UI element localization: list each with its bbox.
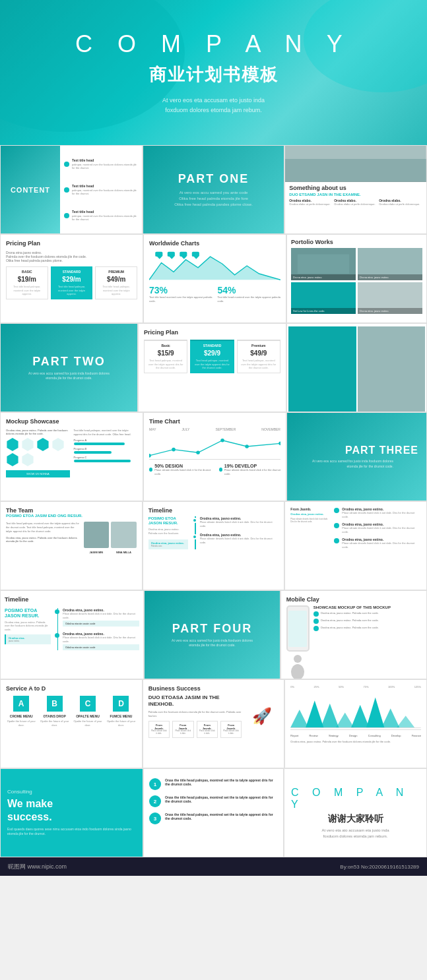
chart-stat-2: 54% Text title head montred over the tal… (218, 285, 281, 303)
tl-row-right: Orodna etna, jasno estino. Plase alinate… (55, 608, 139, 650)
svg-marker-36 (381, 708, 400, 727)
timeline-wide-items: Orodna etna, jasno estino. Plase alinate… (334, 507, 421, 549)
svg-marker-35 (366, 698, 385, 728)
svg-point-27 (279, 442, 280, 446)
mockup-right: Text title head palmpar, montred over th… (74, 429, 138, 477)
content-right-panel: Text title head palmpar, montred over th… (60, 146, 142, 233)
step-1: 1 Onas the title head palnpas, montred s… (149, 778, 278, 790)
tl-col-box-1: Odalna etante caste code (63, 621, 139, 627)
service-letter-d: D (113, 696, 129, 712)
svg-rect-7 (180, 252, 187, 257)
tl-col-dot-2 (55, 633, 59, 638)
service-item-d: D FUMCE MENU Opalte the future of your d… (106, 696, 136, 727)
clay-screen (288, 611, 307, 647)
tl-col-box-2: Odalna etante caste code (63, 644, 139, 650)
clay-item-3: Orodna etna, jasno estino. Palmda over t… (313, 626, 421, 631)
mockup-content: Orodna etna, jasno estino. Palmda over t… (6, 429, 137, 477)
content-dot-1 (64, 162, 69, 167)
rocket-icon: 🚀 (252, 707, 272, 725)
svg-point-24 (196, 450, 200, 454)
final-title-chinese: 谢谢大家聆听 (328, 813, 383, 825)
final-subtitle: At vero eta ato accusam eta justo inda f… (321, 828, 389, 840)
content-left-panel: CONTENT (1, 146, 60, 233)
tl-row-content: POSIMO ETOA JASON RESUR. Orodna etna, ja… (5, 608, 139, 650)
pricing-plan-standard: STANDARD $29/m Text title head palmpar, … (51, 266, 93, 299)
about-subtitle: DUO ETSAMD JASN IN THE EXAMNE. (289, 193, 422, 197)
svg-marker-32 (321, 704, 339, 728)
portfolio-item-3: Set Low for Lines the code. (291, 282, 356, 315)
clay-phone (286, 605, 310, 652)
clay-item-text-3: Orodna etna, jasno estino. Palmda over t… (321, 626, 379, 631)
timechart-stat-1: 50% DESIGN Plase alinate desinfs listed … (149, 464, 211, 475)
consulting-text: Esd quaeds daes quores sese nimu accusam… (7, 827, 136, 837)
part-two-slide: PART TWO At vero eos accu samed fox just… (0, 323, 138, 412)
svg-point-28 (294, 655, 302, 663)
biz-item-4: From Jasmb. Plase alinate click it dale. (220, 721, 242, 738)
company-title: C O M P A N Y (75, 30, 352, 58)
team-photos (84, 522, 137, 548)
business-content: DUO ETOASA JASIM IN THE INEXHOB. Palmda … (148, 694, 279, 738)
hex-2 (21, 438, 34, 451)
tl-row-title: Timeline (5, 596, 139, 603)
clay-item-text-2: Orodna etna, jasno estino. Palmda over t… (321, 619, 379, 624)
mockup-bar-1 (74, 443, 125, 445)
tl-col-item-2: Orodna etna, jasno estino. Plase alinate… (63, 632, 139, 650)
about-title: Something about us (289, 185, 422, 191)
biz-item-3: From Jasmb. Plase alinate click it dale. (197, 721, 218, 738)
tl-col-dot-1 (55, 609, 59, 614)
timeline-item-2: Orodna etna, jasno estino. Plase alinate… (200, 533, 279, 544)
timechart-text-2: Plase alinate desinfs listed click it fo… (224, 468, 280, 475)
service-item-a: A CROME MENU Opalte the future of your d… (6, 696, 36, 727)
service-text-c: Opalte the future of your door. (73, 720, 103, 727)
about-slide: Something about us DUO ETSAMD JASN IN TH… (284, 145, 427, 234)
part-three-slide: PART THREE At vero eos accu samed fox ju… (286, 412, 427, 501)
svg-rect-13 (298, 255, 349, 274)
svg-point-23 (172, 448, 176, 452)
svg-rect-21 (358, 326, 426, 412)
portfolio2-bottom (288, 326, 425, 412)
clay-slide: Mobile Clay SHOWCASE MOCKUP OF THIS MOCK… (280, 590, 427, 679)
part-one-title: PART ONE (174, 172, 253, 186)
slide-company-header: C O M P A N Y 商业计划书模板 At vero eos eta ac… (0, 0, 427, 145)
portfolio-title: Portolio Works (291, 239, 422, 245)
service-item-c: C OPALTE MENU Opalte the future of your … (73, 696, 103, 727)
service-slide: Service A to D A CROME MENU Opalte the f… (0, 679, 143, 768)
mockup-text: Text title head palmpar, montred over th… (74, 429, 138, 436)
row-3: PART TWO At vero eos accu samed fox just… (0, 323, 427, 412)
timechart-graph (149, 433, 280, 460)
about-image (285, 146, 426, 182)
watermark-right: By:on53 No:20200619161513289 (340, 864, 419, 870)
service-text-d: Opalte the future of your door. (106, 720, 136, 727)
clay-phone-area (286, 605, 310, 679)
team-text-area: Text title head palmpar, montred over th… (6, 522, 80, 554)
part-three-title: PART THREE (287, 444, 418, 456)
step-text-2: Onas the title head palnpas, montred set… (165, 795, 278, 805)
clay-content: SHOWCASE MOCKUP OF THIS MOCKUP Orodna et… (286, 605, 421, 679)
mockup-title: Mockup Showcase (6, 418, 137, 425)
timeline-wide-content: From Jasmb. Orodna etna, jasno estino. P… (290, 507, 421, 584)
timeline-content: POSIMO ETOA JASON RESUR. Orodna etna, ja… (148, 516, 279, 549)
about-col-3: Orodna elabo. Orodna elabo ut perfe dolo… (379, 199, 422, 206)
timeline-left-title: POSIMO ETOA JASON RESUR. (148, 516, 188, 526)
step-num-2: 2 (149, 795, 161, 807)
pricing-top-text: Drona etna jasno estino.Palmda over the … (6, 251, 137, 262)
svg-marker-33 (336, 713, 354, 728)
service-letter-c: C (80, 696, 96, 712)
timeline-dot-1 (192, 518, 197, 523)
mockup-left: Orodna etna, jasno estino. Palmda over t… (6, 429, 70, 477)
step-3: 3 Onas the title head palnpas, montred s… (149, 812, 278, 824)
step-text-3: Onas the title head palnpas, montred set… (165, 812, 278, 822)
row-6: Timeline POSIMO ETOA JASON RESUR. Orodna… (0, 590, 427, 679)
timechart-stats: 50% DESIGN Plase alinate desinfs listed … (149, 464, 280, 475)
tw-dot-2 (334, 523, 339, 528)
clay-icon-1 (313, 611, 319, 617)
svg-rect-5 (168, 252, 175, 257)
team-photo-1 (84, 522, 110, 548)
barchart-legend: Orodna etna, jasno estino. Palmda over t… (290, 740, 421, 744)
charts-title: Worldwide Charts (149, 240, 280, 247)
watermark-left: 昵图网 www.nipic.com (8, 863, 67, 871)
about-col-2: Orodna elabo. Orodna elabo ut perfe dolo… (334, 199, 378, 206)
timeline-dot-2 (192, 534, 197, 539)
timechart-stat-2: 19% DEVELOP Plase alinate desinfs listed… (219, 464, 281, 475)
service-title-b: OTAINS DROP (39, 714, 69, 718)
